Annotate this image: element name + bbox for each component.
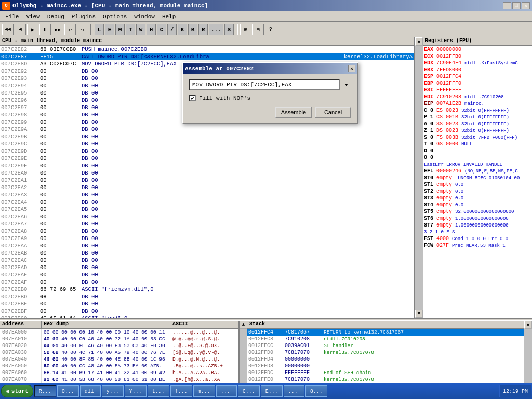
cpu-row[interactable]: 007C2EA500DB 00 [0,206,414,213]
cpu-row[interactable]: 007C2EA200DB 00 [0,184,414,191]
stack-row[interactable]: 0012FFD800000000 [247,363,524,369]
cpu-row[interactable]: 007C2EA100DB 00 [0,177,414,184]
toolbar-T[interactable]: T [126,24,135,35]
cpu-row[interactable]: 007C2EAA00DB 00 [0,242,414,249]
taskbar-item-8[interactable]: ... [216,385,237,397]
stack-row[interactable]: 0012FFE07C817070kernel32.7C817070 [247,376,524,383]
modal-close-button[interactable]: ✕ [348,65,355,72]
cpu-row[interactable]: 007C2E9C00DB 00 [0,140,414,148]
cpu-row[interactable]: 007C2EAB00DB 00 [0,249,414,257]
maximize-button[interactable]: □ [512,2,521,9]
cpu-row[interactable]: 007C2E9E00DB 00 [0,155,414,162]
taskbar-item-3[interactable]: y... [102,385,124,397]
step-in-button[interactable]: ↩ [64,24,76,35]
hex-row[interactable]: 007EA06068 14 41 00 B9 17 41 00 41 32 41… [0,369,238,376]
taskbar-item-0[interactable]: R... [34,385,56,397]
cpu-scroll-track[interactable] [415,46,423,310]
hex-row[interactable]: 007EA01040 11 40 00 C0 40 40 00 72 1A 40… [0,336,238,342]
stack-row[interactable]: 0012FFC87C910208ntdll.7C910208 [247,336,524,342]
cpu-row[interactable]: 007C2E9D00DB 00 [0,148,414,155]
toolbar-H[interactable]: H [147,24,156,35]
hex-row[interactable]: 007EA0305B 69 40 00 4C 71 40 00 A5 79 40… [0,349,238,356]
hex-row[interactable]: 007EA04044 81 40 00 8F 85 40 00 4E 8B 40… [0,356,238,363]
toolbar-E[interactable]: E [105,24,114,35]
taskbar-item-2[interactable]: dll [80,385,101,397]
cpu-row[interactable]: 007C2EBD00DB 00 [0,293,414,300]
cpu-scroll-up[interactable]: ▲ [415,37,423,46]
cpu-row[interactable]: 007C2EAD00DB 00 [0,264,414,271]
toolbar-minus[interactable]: ⊟ [252,24,264,35]
cpu-row[interactable]: 007C2EAF00DB 00 [0,278,414,286]
menu-window[interactable]: Window [131,13,158,20]
cpu-row[interactable]: 007C2E8268 03E7C0B0PUSH maincc.007C2EB0 [0,46,414,53]
menu-help[interactable]: Help [159,13,179,20]
toolbar-S[interactable]: S [224,24,234,35]
cpu-row[interactable]: 007C2EC04C 6F 61 64 0ASCII "Load",0 [0,315,414,318]
cpu-row[interactable]: 007C2EA700DB 00 [0,220,414,228]
menu-view[interactable]: View [23,13,43,20]
step-back-button[interactable]: ◄ [15,24,26,35]
toolbar-B[interactable]: B [188,24,197,35]
stack-row[interactable]: 0012FFDCFFFFFFFFEnd of SEH chain [247,369,524,376]
taskbar-item-10[interactable]: E... [261,385,283,397]
hex-row[interactable]: 007EA07020 67 41 00 5B 68 40 00 58 81 00… [0,376,238,383]
stack-row[interactable]: 0012FFCC0039AC01SE handler [247,342,524,349]
cpu-row[interactable]: 007C2EA300DB 00 [0,191,414,198]
toolbar-help[interactable]: ? [265,24,276,35]
assemble-dropdown[interactable]: ▼ [342,79,351,90]
hex-row[interactable]: 007EA050BC C0 40 00 CC 48 40 00 EA 73 EA… [0,363,238,369]
toolbar-R[interactable]: R [198,24,208,35]
stack-row[interactable]: 0012FFD400000000 [247,356,524,363]
cpu-scrollbar[interactable]: ▲ ▼ [415,37,423,318]
pause-button[interactable]: ⏸ [39,24,51,35]
menu-file[interactable]: File [2,13,22,20]
toolbar-M[interactable]: M [115,24,125,35]
toolbar-W[interactable]: W [136,24,145,35]
menu-plugins[interactable]: Plugins [69,13,99,20]
cpu-scroll-down[interactable]: ▼ [415,310,423,318]
toolbar-C[interactable]: C [157,24,166,35]
cpu-row[interactable]: 007C2E9A00DB 00 [0,126,414,133]
cpu-row[interactable]: 007C2E9B00DB 00 [0,133,414,140]
toolbar-K[interactable]: K [178,24,187,35]
cpu-row[interactable]: 007C2EAC00DB 00 [0,257,414,264]
start-button[interactable]: ⊞ start [1,385,33,397]
stack-row[interactable]: 0012FFD07C817070kernel32.7C817070 [247,349,524,356]
toolbar-slash[interactable]: / [167,24,177,35]
toolbar-grid[interactable]: ⊞ [240,24,251,35]
taskbar-item-4[interactable]: Y... [125,385,147,397]
hex-scroll-up[interactable]: ▲ [240,321,247,329]
cpu-row[interactable]: 007C2EA000DB 00 [0,169,414,177]
cpu-row[interactable]: 007C2EA600DB 00 [0,213,414,220]
minimize-button[interactable]: _ [503,2,511,9]
toolbar-dots[interactable]: ... [209,24,223,35]
toolbar-L[interactable]: L [95,24,104,35]
step-over-button[interactable]: ▶▶ [52,24,63,35]
taskbar-item-1[interactable]: O... [57,385,79,397]
fill-nop-checkbox[interactable]: ✔ [189,95,196,101]
taskbar-item-11[interactable]: ... [284,385,304,397]
cpu-row[interactable]: 007C2EBE00DB 00 [0,300,414,308]
step-out-button[interactable]: ↪ [77,24,88,35]
taskbar-item-7[interactable]: m... [193,385,215,397]
cpu-row[interactable]: 007C2E9F00DB 00 [0,162,414,169]
stack-scroll-up[interactable]: ▲ [524,321,532,329]
run-button[interactable]: ▶ [27,24,38,35]
restart-button[interactable]: ◄◄ [2,24,14,35]
menu-options[interactable]: Options [100,13,130,20]
taskbar-item-9[interactable]: C... [238,385,260,397]
cancel-button[interactable]: Cancel [315,107,351,118]
stack-row[interactable]: 0012FFC47C817067RETURN to kernel32.7C817… [247,329,524,336]
close-button[interactable]: ✕ [522,2,530,9]
taskbar-item-5[interactable]: t... [148,385,169,397]
hex-row[interactable]: 007EA020D4 21 40 00 FE 46 40 00 F3 53 C3… [0,342,238,349]
cpu-row[interactable]: 007C2EA900DB 00 [0,235,414,242]
assemble-button[interactable]: Assemble [275,107,312,118]
menu-debug[interactable]: Debug [44,13,68,20]
assemble-input[interactable] [189,79,340,90]
cpu-row[interactable]: 007C2EA400DB 00 [0,198,414,206]
taskbar-item-6[interactable]: f... [170,385,192,397]
hex-row[interactable]: 007EA00000 00 00 00 00 10 40 00 C0 10 40… [0,329,238,336]
cpu-row[interactable]: 007C2EAE00DB 00 [0,271,414,278]
taskbar-item-12[interactable]: 8... [305,385,327,397]
